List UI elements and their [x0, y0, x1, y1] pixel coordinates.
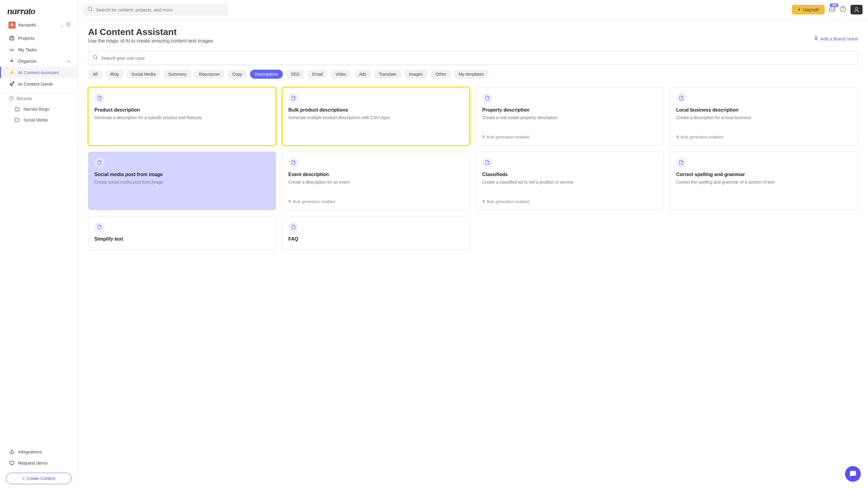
nav-organize[interactable]: Organize ▶ [0, 55, 78, 67]
card-title: Property description [482, 107, 657, 113]
filter-repurpose[interactable]: Repurpose [194, 70, 225, 79]
help-icon[interactable] [840, 6, 846, 13]
filter-my-templates[interactable]: My templates [454, 70, 489, 79]
card-bulk-product-descriptions[interactable]: Bulk product descriptions Generate multi… [282, 87, 470, 145]
checks-icon [9, 47, 14, 52]
copy-icon: ⧉ [288, 199, 291, 204]
doc-icon [676, 93, 686, 103]
card-local-business-description[interactable]: Local business description Create a desc… [670, 87, 858, 145]
card-correct-spelling-grammar[interactable]: Correct spelling and grammar Correct the… [670, 152, 858, 210]
nav-request-demo[interactable]: Request demo [0, 457, 78, 468]
global-search-input[interactable] [96, 7, 224, 12]
anchor-icon [9, 450, 14, 454]
card-title: Correct spelling and grammar [676, 172, 851, 177]
filter-seo[interactable]: SEO [286, 70, 305, 79]
card-faq[interactable]: FAQ [282, 216, 470, 250]
card-property-description[interactable]: Property description Create a real estat… [476, 87, 664, 145]
filter-other[interactable]: Other [431, 70, 451, 79]
upgrade-button[interactable]: ✦ Upgrade [792, 5, 825, 14]
template-cards: Product description Generate a descripti… [88, 87, 858, 250]
nav-ai-genie[interactable]: 🚀 AI Content Genie [0, 78, 78, 90]
nav-label: Projects [18, 36, 34, 41]
filter-summary[interactable]: Summary [163, 70, 191, 79]
gear-icon[interactable] [66, 22, 71, 28]
card-event-description[interactable]: Event description Create a description f… [282, 152, 470, 210]
nav-label: Organize [18, 59, 36, 64]
svg-rect-5 [10, 461, 13, 464]
card-simplify-text[interactable]: Simplify text [88, 216, 276, 250]
global-search[interactable] [83, 4, 228, 16]
filter-email[interactable]: Email [307, 70, 328, 79]
card-title: FAQ [288, 236, 464, 242]
filter-descriptions[interactable]: Descriptions [250, 70, 283, 79]
filter-ads[interactable]: Ads [354, 70, 371, 79]
card-social-media-post-from-image[interactable]: Social media post from image Create soci… [88, 152, 276, 210]
card-title: Event description [288, 172, 464, 177]
nav-my-tasks[interactable]: My Tasks [0, 44, 78, 55]
create-content-button[interactable]: + Create Content [6, 473, 71, 484]
nav-integrations[interactable]: Integrations [0, 446, 78, 457]
workspace-switcher[interactable]: N NarratoM... ⌄ [0, 20, 78, 32]
sidebar: narrato N NarratoM... ⌄ Projects My Task… [0, 0, 78, 489]
copy-icon: ⧉ [482, 199, 485, 204]
copy-icon: ⧉ [482, 134, 485, 139]
bolt-icon: ⚡ [9, 70, 14, 75]
recents-header: Recents [0, 93, 78, 104]
inbox-icon[interactable]: 338 [829, 6, 835, 13]
card-desc: Create a description for a local busines… [676, 115, 851, 121]
doc-icon [482, 93, 493, 103]
svg-rect-1 [10, 37, 14, 40]
topbar: ✦ Upgrade 338 [78, 0, 868, 20]
add-brand-voice[interactable]: Add a Brand Voice [814, 36, 858, 42]
recent-label: Narrato Blogs [24, 107, 50, 111]
filter-pills: All Blog Social Media Summary Repurpose … [88, 70, 858, 79]
nav-label: AI Content Assistant [18, 70, 59, 75]
bulk-tag: ⧉Bulk generation enabled [482, 130, 657, 139]
svg-point-6 [88, 7, 92, 10]
content-area: AI Content Assistant Use the magic of AI… [78, 20, 868, 489]
bulk-tag: ⧉Bulk generation enabled [482, 195, 657, 204]
filter-video[interactable]: Video [331, 70, 351, 79]
usecase-search-input[interactable] [101, 56, 853, 61]
nav-label: AI Content Genie [18, 82, 53, 87]
doc-icon [288, 157, 299, 168]
card-classifieds[interactable]: Classifieds Create a classified ad to se… [476, 152, 664, 210]
avatar[interactable] [850, 5, 863, 14]
copy-icon: ⧉ [676, 134, 679, 139]
filter-all[interactable]: All [88, 70, 102, 79]
rocket-icon: 🚀 [9, 81, 14, 87]
mic-icon [814, 36, 818, 42]
card-desc: Generate a description for a specific pr… [94, 115, 270, 121]
usecase-search[interactable] [88, 51, 858, 65]
chevron-down-icon[interactable]: ⌄ [60, 22, 64, 28]
card-product-description[interactable]: Product description Generate a descripti… [88, 87, 276, 145]
filter-blog[interactable]: Blog [105, 70, 124, 79]
filter-copy[interactable]: Copy [227, 70, 247, 79]
filter-translate[interactable]: Translate [374, 70, 401, 79]
page-title: AI Content Assistant [88, 27, 858, 37]
recent-item-narrato-blogs[interactable]: Narrato Blogs [0, 104, 78, 115]
nav-ai-assistant[interactable]: ⚡ AI Content Assistant [0, 67, 78, 78]
nav-projects[interactable]: Projects [0, 32, 78, 44]
doc-icon [94, 157, 105, 168]
card-desc: Generate multiple product descriptions w… [288, 115, 464, 121]
chevron-right-icon: ▶ [68, 59, 70, 63]
doc-icon [482, 157, 493, 168]
doc-icon [288, 222, 299, 232]
card-title: Bulk product descriptions [288, 107, 464, 113]
sparkle-icon: ✦ [798, 7, 801, 12]
clock-icon [9, 96, 13, 101]
filter-social-media[interactable]: Social Media [127, 70, 160, 79]
chat-fab[interactable] [845, 466, 861, 482]
nav-label: Integrations [18, 449, 42, 454]
doc-icon [94, 93, 105, 103]
folder-icon [14, 118, 20, 122]
sliders-icon [9, 58, 14, 64]
brand-voice-label: Add a Brand Voice [820, 36, 858, 41]
svg-point-8 [843, 10, 843, 10]
filter-images[interactable]: Images [404, 70, 428, 79]
bulk-tag: ⧉Bulk generation enabled [676, 130, 851, 139]
create-label: Create Content [27, 476, 55, 481]
recent-item-social-media[interactable]: Social Media [0, 115, 78, 125]
card-desc: Correct the spelling and grammar of a se… [676, 179, 851, 185]
